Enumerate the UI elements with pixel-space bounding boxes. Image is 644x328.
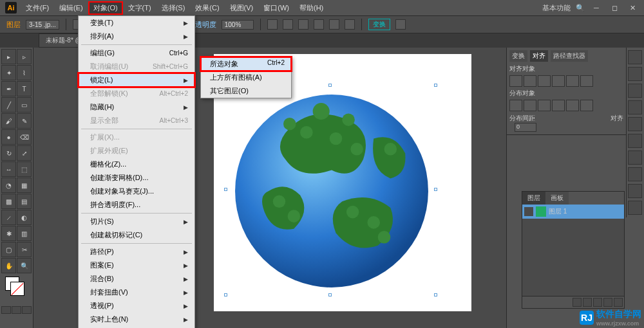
shape-builder-tool-icon[interactable]: ◔	[1, 178, 16, 193]
eyedropper-tool-icon[interactable]: ⟋	[1, 210, 16, 225]
hand-tool-icon[interactable]: ✋	[1, 258, 16, 273]
align-icon-6[interactable]	[345, 19, 355, 30]
color-swatch[interactable]	[1, 274, 32, 300]
submenu-item[interactable]: 其它图层(O)	[201, 84, 291, 98]
selection-handle[interactable]	[434, 84, 437, 87]
draw-inside-icon[interactable]	[22, 306, 32, 314]
align-left-icon[interactable]	[509, 75, 522, 87]
slice-tool-icon[interactable]: ✂	[17, 242, 32, 257]
line-tool-icon[interactable]: ╱	[1, 97, 16, 113]
menu-item[interactable]: 创建裁切标记(C)	[79, 228, 194, 242]
menu-4[interactable]: 选择(S)	[156, 1, 191, 15]
align-top-icon[interactable]	[552, 75, 565, 87]
width-tool-icon[interactable]: ↔	[1, 161, 16, 177]
align-icon-2[interactable]	[283, 19, 293, 30]
menu-item[interactable]: 切片(S)▶	[79, 215, 194, 228]
menu-1[interactable]: 编辑(E)	[54, 1, 88, 15]
menu-2[interactable]: 对象(O)	[88, 1, 123, 15]
menu-item[interactable]: 路径(P)▶	[79, 245, 194, 259]
scale-tool-icon[interactable]: ⤢	[17, 145, 32, 161]
menu-item[interactable]: 锁定(L)▶	[79, 73, 194, 87]
menu-item[interactable]: 创建对象马赛克(J)...	[79, 185, 194, 198]
layer-delete-icon[interactable]	[614, 298, 623, 307]
blob-brush-tool-icon[interactable]: ●	[1, 129, 16, 145]
selection-tool-icon[interactable]: ▸	[1, 49, 16, 64]
selection-handle[interactable]	[434, 293, 437, 296]
dock-transparency-icon[interactable]	[628, 150, 642, 165]
align-icon-3[interactable]	[298, 19, 308, 30]
menu-item[interactable]: 图案(E)▶	[79, 259, 194, 272]
layer-new-sublayer-icon[interactable]	[593, 298, 602, 307]
placed-image[interactable]	[227, 86, 437, 296]
tab-transform[interactable]: 变换	[509, 50, 527, 62]
dock-swatches-icon[interactable]	[628, 67, 642, 81]
menu-5[interactable]: 效果(C)	[190, 1, 224, 15]
dock-graphic-styles-icon[interactable]	[628, 184, 642, 198]
menu-3[interactable]: 文字(T)	[123, 1, 156, 15]
perspective-tool-icon[interactable]: ▦	[17, 178, 32, 193]
layer-new-icon[interactable]	[603, 298, 612, 307]
dock-symbols-icon[interactable]	[628, 100, 642, 114]
rotate-tool-icon[interactable]: ↻	[1, 145, 16, 161]
blend-tool-icon[interactable]: ◐	[17, 210, 32, 225]
tab-pathfinder[interactable]: 路径查找器	[551, 50, 588, 62]
menu-7[interactable]: 窗口(W)	[258, 1, 294, 15]
dock-layers-icon[interactable]	[628, 201, 642, 215]
align-hcenter-icon[interactable]	[524, 75, 536, 87]
magic-wand-tool-icon[interactable]: ✦	[1, 65, 16, 80]
lasso-tool-icon[interactable]: ⌇	[17, 65, 32, 80]
search-icon[interactable]: 🔍	[576, 4, 585, 12]
dock-appearance-icon[interactable]	[628, 167, 642, 181]
menu-item[interactable]: 封套扭曲(V)▶	[79, 286, 194, 299]
type-tool-icon[interactable]: T	[17, 81, 32, 96]
transform-link[interactable]: 变换	[368, 19, 390, 30]
visibility-icon[interactable]	[524, 207, 533, 216]
dock-stroke-icon[interactable]	[628, 117, 642, 131]
align-icon-5[interactable]	[329, 19, 339, 30]
align-bottom-icon[interactable]	[580, 75, 593, 87]
dist-hcenter-icon[interactable]	[566, 100, 579, 111]
symbol-sprayer-tool-icon[interactable]: ✱	[1, 226, 16, 241]
layer-row[interactable]: 图层 1	[522, 205, 624, 219]
misc-icon[interactable]	[395, 19, 406, 30]
dock-gradient-icon[interactable]	[628, 134, 642, 148]
dock-color-icon[interactable]	[628, 50, 642, 64]
dock-brushes-icon[interactable]	[628, 84, 642, 98]
align-right-icon[interactable]	[538, 75, 551, 87]
menu-item[interactable]: 变换(T)▶	[79, 16, 194, 30]
doc-tab-small[interactable]: 3-15 .jp...	[26, 20, 59, 30]
menu-item[interactable]: 创建渐变网格(D)...	[79, 171, 194, 185]
menu-6[interactable]: 视图(V)	[225, 1, 259, 15]
dist-top-icon[interactable]	[509, 100, 522, 111]
minimize-icon[interactable]: ─	[590, 3, 603, 12]
selection-handle[interactable]	[434, 188, 437, 191]
align-icon-4[interactable]	[314, 19, 324, 30]
brush-tool-icon[interactable]: 🖌	[1, 113, 16, 129]
close-icon[interactable]: ✕	[626, 3, 639, 12]
menu-item[interactable]: 栅格化(Z)...	[79, 158, 194, 171]
menu-item[interactable]: 编组(G)Ctrl+G	[79, 46, 194, 60]
menu-item[interactable]: 透视(P)▶	[79, 299, 194, 313]
restore-icon[interactable]: ◻	[608, 3, 621, 12]
zoom-tool-icon[interactable]: 🔍	[17, 258, 32, 273]
align-vcenter-icon[interactable]	[566, 75, 579, 87]
menu-8[interactable]: 帮助(H)	[294, 1, 328, 15]
submenu-item[interactable]: 上方所有图稿(A)	[201, 71, 291, 84]
selection-handle[interactable]	[328, 84, 332, 87]
layer-locate-icon[interactable]	[573, 298, 582, 307]
dist-vcenter-icon[interactable]	[524, 100, 536, 111]
gradient-tool-icon[interactable]: ▤	[17, 194, 32, 209]
free-transform-tool-icon[interactable]: ⬚	[17, 161, 32, 177]
eraser-tool-icon[interactable]: ⌫	[17, 129, 32, 145]
submenu-item[interactable]: 所选对象Ctrl+2	[201, 57, 291, 71]
layer-clip-icon[interactable]	[583, 298, 592, 307]
selection-handle[interactable]	[224, 188, 227, 191]
spacing-input[interactable]: 0	[515, 123, 536, 132]
menu-item[interactable]: 排列(A)▶	[79, 30, 194, 43]
tab-layers[interactable]: 图层	[522, 192, 545, 205]
selection-handle[interactable]	[224, 293, 227, 296]
dist-bottom-icon[interactable]	[538, 100, 551, 111]
tab-align[interactable]: 对齐	[530, 50, 548, 62]
tab-artboards[interactable]: 画板	[545, 192, 569, 205]
draw-normal-icon[interactable]	[1, 306, 11, 314]
